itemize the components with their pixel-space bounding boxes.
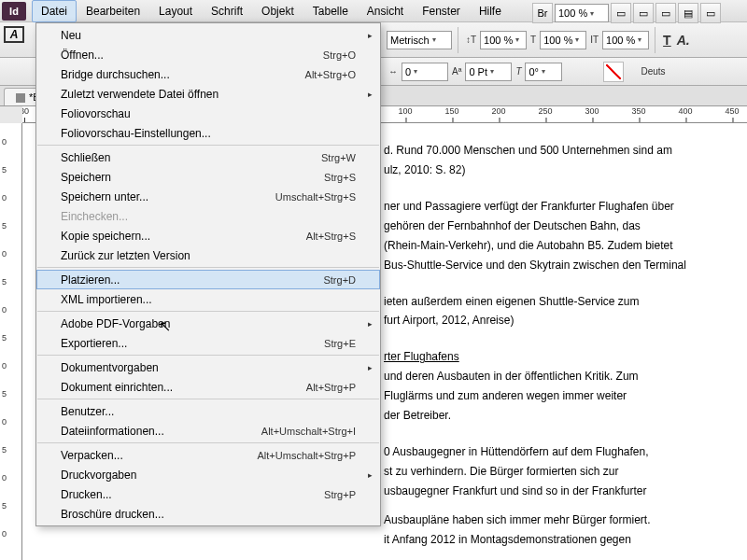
arrange-icon[interactable]: ▤	[678, 3, 698, 23]
scale-x-icon: ↕T	[464, 35, 478, 45]
menu-fenster[interactable]: Fenster	[413, 0, 470, 22]
menu-ansicht[interactable]: Ansicht	[358, 0, 413, 22]
menu-item-druckvorgaben[interactable]: Druckvorgaben	[36, 465, 380, 484]
vertical-ruler: 0 5 0 5 0 5 0 5 0 5 0 5 0 5 0	[0, 123, 22, 560]
no-fill-icon[interactable]	[603, 62, 624, 82]
view-mode-2-icon[interactable]: ▭	[633, 3, 654, 23]
menu-item-foliovorschau-einstellungen-[interactable]: Foliovorschau-Einstellungen...	[36, 123, 380, 143]
scale-x-field[interactable]: 100 %	[480, 31, 527, 49]
menu-item-platzieren-[interactable]: Platzieren...Strg+D	[36, 270, 380, 289]
menu-item-adobe-pdf-vorgaben[interactable]: Adobe PDF-Vorgaben	[36, 314, 380, 333]
bridge-button[interactable]: Br	[532, 3, 553, 23]
menu-item-speichern[interactable]: SpeichernStrg+S	[36, 167, 380, 187]
menu-datei[interactable]: Datei	[32, 0, 77, 22]
app-logo: Id	[2, 2, 26, 21]
scale-z-icon: IT	[588, 35, 600, 45]
menu-schrift[interactable]: Schrift	[202, 0, 252, 22]
language-field[interactable]: Deuts	[639, 66, 667, 77]
menu-hilfe[interactable]: Hilfe	[470, 0, 511, 22]
baseline-field[interactable]: 0 Pt	[465, 63, 512, 81]
menu-item-einchecken-: Einchecken...	[36, 206, 380, 226]
menu-item-dokumentvorgaben[interactable]: Dokumentvorgaben	[36, 357, 380, 377]
scale-y-field[interactable]: 100 %	[540, 31, 586, 49]
file-menu-dropdown: NeuÖffnen...Strg+OBridge durchsuchen...A…	[35, 22, 381, 526]
menu-item--ffnen-[interactable]: Öffnen...Strg+O	[36, 45, 380, 64]
zoom-level[interactable]: 100 %	[555, 4, 609, 22]
scale-z-field[interactable]: 100 %	[602, 31, 649, 49]
view-mode-1-icon[interactable]: ▭	[611, 3, 631, 23]
menu-item-dateiinformationen-[interactable]: Dateiinformationen...Alt+Umschalt+Strg+I	[36, 421, 380, 441]
menu-item-schlie-en[interactable]: SchließenStrg+W	[36, 147, 380, 167]
skew-field[interactable]: 0°	[525, 63, 562, 81]
screen-mode-icon[interactable]: ▭	[700, 3, 721, 23]
menu-item-bridge-durchsuchen-[interactable]: Bridge durchsuchen...Alt+Strg+O	[36, 64, 380, 84]
menu-tabelle[interactable]: Tabelle	[303, 0, 358, 22]
menu-item-verpacken-[interactable]: Verpacken...Alt+Umschalt+Strg+P	[36, 445, 380, 465]
menu-item-foliovorschau[interactable]: Foliovorschau	[36, 104, 380, 123]
scale-y-icon: T	[529, 35, 538, 45]
menu-item-drucken-[interactable]: Drucken...Strg+P	[36, 484, 380, 504]
italic-a-icon[interactable]: A.	[675, 33, 692, 48]
menu-item-zur-ck-zur-letzten-version[interactable]: Zurück zur letzten Version	[36, 245, 380, 265]
x-icon: ↔	[387, 66, 400, 77]
baseline-icon: Aª	[450, 66, 463, 77]
paragraph-style-indicator[interactable]: A	[4, 26, 24, 43]
menu-item-benutzer-[interactable]: Benutzer...	[36, 401, 380, 421]
x-field[interactable]: 0	[402, 63, 448, 81]
menu-item-kopie-speichern-[interactable]: Kopie speichern...Alt+Strg+S	[36, 226, 380, 245]
underline-t-icon[interactable]: T	[661, 33, 673, 48]
menu-item-brosch-re-drucken-[interactable]: Broschüre drucken...	[36, 504, 380, 524]
menu-item-xml-importieren-[interactable]: XML importieren...	[36, 289, 380, 309]
units-combo[interactable]: Metrisch	[387, 31, 452, 49]
menu-item-exportieren-[interactable]: Exportieren...Strg+E	[36, 333, 380, 353]
menu-bearbeiten[interactable]: Bearbeiten	[77, 0, 149, 22]
view-mode-3-icon[interactable]: ▭	[655, 3, 676, 23]
menu-item-zuletzt-verwendete-datei-ffnen[interactable]: Zuletzt verwendete Datei öffnen	[36, 84, 380, 104]
skew-icon: T	[514, 66, 523, 77]
menu-item-speichern-unter-[interactable]: Speichern unter...Umschalt+Strg+S	[36, 187, 380, 206]
menu-item-dokument-einrichten-[interactable]: Dokument einrichten...Alt+Strg+P	[36, 377, 380, 397]
menubar: Id Datei Bearbeiten Layout Schrift Objek…	[0, 0, 747, 22]
menu-item-neu[interactable]: Neu	[36, 25, 380, 45]
menu-layout[interactable]: Layout	[149, 0, 202, 22]
menu-objekt[interactable]: Objekt	[252, 0, 303, 22]
